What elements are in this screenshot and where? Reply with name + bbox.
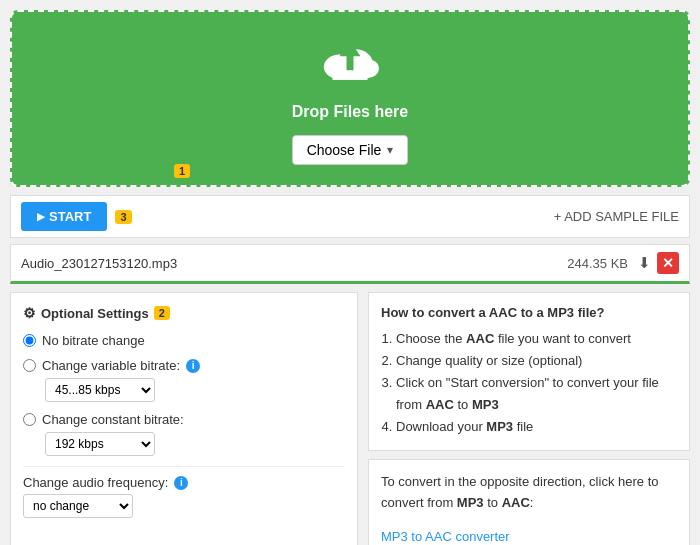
file-size: 244.35 KB (567, 256, 628, 271)
freq-select[interactable]: no change 8000 Hz 11025 Hz 22050 Hz 4410… (23, 494, 133, 518)
mp3-to-aac-link[interactable]: MP3 to AAC converter (381, 529, 510, 544)
start-label: START (49, 209, 91, 224)
constant-bitrate-text: Change constant bitrate: (42, 412, 184, 427)
no-bitrate-group: No bitrate change (23, 333, 345, 348)
file-row: Audio_230127153120.mp3 244.35 KB ⬇ ✕ (10, 244, 690, 284)
no-bitrate-text: No bitrate change (42, 333, 145, 348)
remove-file-button[interactable]: ✕ (657, 252, 679, 274)
toolbar: ▶ START 3 + ADD SAMPLE FILE (10, 195, 690, 238)
choose-file-button[interactable]: Choose File ▾ (292, 135, 409, 165)
variable-bitrate-info-icon[interactable]: i (186, 359, 200, 373)
step-2: Change quality or size (optional) (396, 350, 677, 372)
step-3: Click on "Start conversion" to convert y… (396, 372, 677, 416)
opposite-text: To convert in the opposite direction, cl… (381, 472, 677, 514)
constant-bitrate-radio[interactable] (23, 413, 36, 426)
variable-bitrate-group: Change variable bitrate: i 45...85 kbps … (23, 358, 345, 402)
constant-bitrate-select[interactable]: 192 kbps 128 kbps 256 kbps 320 kbps (45, 432, 155, 456)
badge-2: 2 (154, 306, 170, 320)
start-button[interactable]: ▶ START (21, 202, 107, 231)
drop-zone[interactable]: Drop Files here 1 Choose File ▾ (10, 10, 690, 187)
settings-title-text: Optional Settings (41, 306, 149, 321)
freq-label-text: Change audio frequency: (23, 475, 168, 490)
variable-bitrate-select[interactable]: 45...85 kbps 64...128 kbps 96...192 kbps (45, 378, 155, 402)
gear-icon: ⚙ (23, 305, 36, 321)
badge-1: 1 (174, 164, 190, 178)
how-to-card: How to convert a AAC to a MP3 file? Choo… (368, 292, 690, 451)
variable-bitrate-label[interactable]: Change variable bitrate: i (23, 358, 345, 373)
drop-files-text: Drop Files here (32, 103, 668, 121)
opposite-direction-card: To convert in the opposite direction, cl… (368, 459, 690, 545)
constant-bitrate-label[interactable]: Change constant bitrate: (23, 412, 345, 427)
choose-file-label: Choose File (307, 142, 382, 158)
variable-bitrate-text: Change variable bitrate: (42, 358, 180, 373)
bottom-section: ⚙ Optional Settings 2 No bitrate change … (10, 292, 690, 545)
chevron-down-icon: ▾ (387, 143, 393, 157)
file-name: Audio_230127153120.mp3 (21, 256, 567, 271)
settings-title: ⚙ Optional Settings 2 (23, 305, 345, 321)
no-bitrate-label[interactable]: No bitrate change (23, 333, 345, 348)
variable-bitrate-radio[interactable] (23, 359, 36, 372)
how-to-title: How to convert a AAC to a MP3 file? (381, 305, 677, 320)
step-4: Download your MP3 file (396, 416, 677, 438)
step-1: Choose the AAC file you want to convert (396, 328, 677, 350)
play-icon: ▶ (37, 211, 45, 222)
freq-info-icon[interactable]: i (174, 476, 188, 490)
upload-cloud-icon (32, 32, 668, 95)
no-bitrate-radio[interactable] (23, 334, 36, 347)
download-file-button[interactable]: ⬇ (638, 254, 651, 272)
constant-bitrate-group: Change constant bitrate: 192 kbps 128 kb… (23, 412, 345, 456)
add-sample-button[interactable]: + ADD SAMPLE FILE (554, 209, 679, 224)
settings-panel: ⚙ Optional Settings 2 No bitrate change … (10, 292, 358, 545)
how-to-steps: Choose the AAC file you want to convert … (396, 328, 677, 438)
badge-3: 3 (115, 210, 131, 224)
add-sample-label: + ADD SAMPLE FILE (554, 209, 679, 224)
freq-label-row: Change audio frequency: i (23, 475, 345, 490)
info-panel: How to convert a AAC to a MP3 file? Choo… (368, 292, 690, 545)
